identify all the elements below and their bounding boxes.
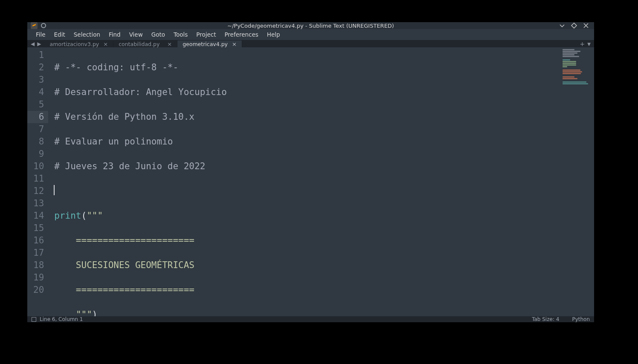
tab-label: geometricav4.py	[183, 41, 228, 47]
line-number: 11	[33, 173, 44, 185]
line-number: 15	[33, 222, 44, 234]
menu-find[interactable]: Find	[104, 29, 125, 40]
minimap-content	[563, 49, 592, 85]
line-number: 12	[33, 185, 44, 197]
status-tabsize[interactable]: Tab Size: 4	[532, 316, 559, 322]
code-comment: # Jueves 23 de Junio de 2022	[54, 161, 205, 171]
statusbar: Line 6, Column 1 Tab Size: 4 Python	[27, 316, 594, 322]
line-number: 1	[33, 49, 44, 61]
tab-label: amortizacionv3.py	[49, 41, 99, 47]
menu-goto[interactable]: Goto	[147, 29, 169, 40]
line-number: 20	[33, 284, 44, 296]
close-icon[interactable]	[583, 23, 589, 29]
titlebar: ~/PyCode/geometricav4.py - Sublime Text …	[27, 22, 594, 29]
status-position[interactable]: Line 6, Column 1	[40, 316, 83, 322]
line-number: 7	[33, 123, 44, 136]
tab-dropdown-icon[interactable]: ▼	[587, 42, 591, 46]
menu-edit[interactable]: Edit	[50, 29, 70, 40]
code-comment: # Desarrollador: Angel Yocupicio	[54, 87, 227, 97]
line-number: 9	[33, 148, 44, 160]
code-comment: # -*- coding: utf-8 -*-	[54, 62, 178, 72]
line-number: 4	[33, 86, 44, 98]
menu-project[interactable]: Project	[192, 29, 220, 40]
line-number: 5	[33, 98, 44, 111]
code-comment: # Versión de Python 3.10.x	[54, 112, 194, 122]
tabbar: ◀ ▶ amortizacionv3.py × contabilidad.py …	[27, 40, 594, 47]
tab-contabilidad[interactable]: contabilidad.py ×	[113, 40, 177, 47]
editor-window: ~/PyCode/geometricav4.py - Sublime Text …	[27, 22, 594, 322]
gutter: 1 2 3 4 5 6 7 8 9 10 11 12 13 14 15 16 1…	[27, 47, 48, 316]
tab-history-forward-icon[interactable]: ▶	[36, 41, 42, 47]
menu-help[interactable]: Help	[263, 29, 284, 40]
tab-close-icon[interactable]: ×	[232, 41, 237, 47]
line-number: 13	[33, 197, 44, 210]
code-string: SUCESIONES GEOMÉTRICAS	[54, 260, 194, 270]
line-number: 18	[33, 259, 44, 272]
code-string	[54, 309, 76, 316]
tab-close-icon[interactable]: ×	[167, 41, 172, 47]
menubar: File Edit Selection Find View Goto Tools…	[27, 29, 594, 40]
line-number: 19	[33, 272, 44, 284]
app-icon	[31, 22, 38, 29]
menu-tools[interactable]: Tools	[169, 29, 192, 40]
line-number: 3	[33, 74, 44, 86]
code-string: ======================	[54, 235, 194, 246]
line-number: 17	[33, 247, 44, 259]
code-string: """	[76, 309, 92, 316]
line-number-current: 6	[27, 111, 48, 123]
line-number: 14	[33, 210, 44, 222]
panel-switcher-icon[interactable]	[32, 317, 36, 322]
line-number: 16	[33, 234, 44, 247]
code-comment: # Evaluar un polinomio	[54, 136, 173, 147]
window-menu-icon[interactable]	[41, 23, 46, 28]
menu-selection[interactable]: Selection	[70, 29, 104, 40]
tab-label: contabilidad.py	[119, 41, 160, 47]
minimize-icon[interactable]	[559, 23, 565, 29]
code-string: ======================	[54, 285, 194, 295]
window-title: ~/PyCode/geometricav4.py - Sublime Text …	[27, 23, 594, 29]
tab-close-icon[interactable]: ×	[103, 41, 108, 47]
editor-area[interactable]: 1 2 3 4 5 6 7 8 9 10 11 12 13 14 15 16 1…	[27, 47, 594, 316]
menu-view[interactable]: View	[125, 29, 147, 40]
line-number: 2	[33, 61, 44, 74]
minimap[interactable]	[561, 47, 594, 316]
code-string: """	[87, 211, 103, 221]
menu-preferences[interactable]: Preferences	[220, 29, 262, 40]
line-number: 8	[33, 136, 44, 148]
new-tab-icon[interactable]: +	[580, 40, 585, 47]
code-builtin: print	[54, 211, 81, 221]
maximize-icon[interactable]	[571, 23, 577, 29]
menu-file[interactable]: File	[32, 29, 50, 40]
text-cursor	[54, 185, 55, 195]
tab-geometrica[interactable]: geometricav4.py ×	[177, 40, 242, 47]
tab-amortizacion[interactable]: amortizacionv3.py ×	[44, 40, 113, 47]
status-syntax[interactable]: Python	[572, 316, 590, 322]
line-number: 10	[33, 160, 44, 173]
tab-history-back-icon[interactable]: ◀	[30, 41, 35, 47]
code-view[interactable]: # -*- coding: utf-8 -*- # Desarrollador:…	[48, 47, 561, 316]
